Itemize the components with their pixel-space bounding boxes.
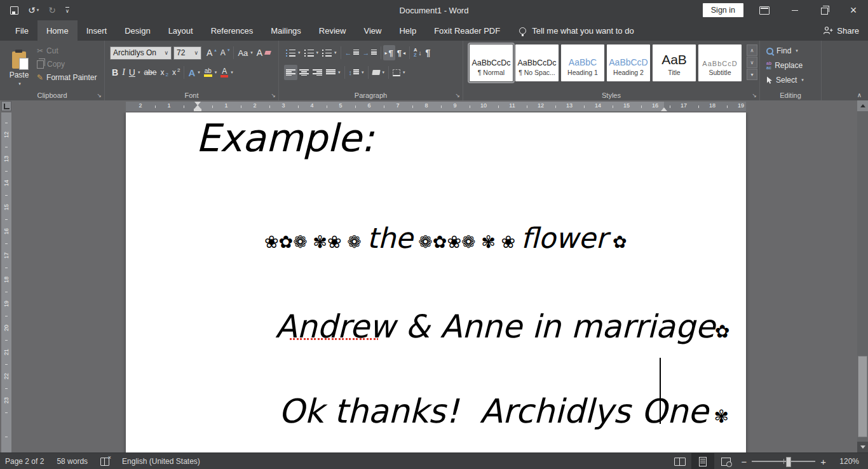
tab-design[interactable]: Design: [116, 20, 159, 41]
undo-button[interactable]: ↺▾: [28, 5, 39, 15]
restore-button[interactable]: [810, 0, 839, 20]
styles-scroll-down-button[interactable]: ∨: [747, 57, 757, 68]
scroll-up-button[interactable]: [857, 100, 868, 111]
select-button[interactable]: Select: [766, 76, 804, 85]
collapse-ribbon-button[interactable]: ∧: [857, 92, 862, 99]
tab-stop-selector[interactable]: [1, 101, 11, 111]
font-size-combobox[interactable]: 72∨: [173, 46, 201, 60]
read-mode-button[interactable]: [668, 453, 691, 469]
tab-help[interactable]: Help: [390, 20, 425, 41]
h-ruler[interactable]: 2112345678910111213141516171819: [126, 102, 746, 111]
ribbon-display-options-button[interactable]: [754, 0, 775, 20]
zoom-out-button[interactable]: −: [741, 456, 747, 467]
zoom-level[interactable]: 120%: [830, 457, 868, 466]
shrink-font-button[interactable]: A▾: [219, 45, 232, 60]
grow-font-button[interactable]: A▴: [205, 45, 219, 60]
text-effects-button[interactable]: A: [186, 65, 201, 80]
right-indent-marker[interactable]: [661, 107, 667, 111]
scroll-down-icon: [860, 445, 865, 449]
web-layout-button[interactable]: [714, 453, 737, 469]
tab-file[interactable]: File: [6, 20, 37, 41]
minimize-button[interactable]: [780, 0, 810, 20]
share-button[interactable]: Share: [823, 20, 859, 41]
decrease-indent-icon: ←: [345, 50, 352, 57]
style-heading-2[interactable]: AaBbCcDHeading 2: [607, 44, 650, 81]
styles-gallery-more-button[interactable]: ▾: [747, 69, 757, 80]
bold-button[interactable]: B: [110, 65, 120, 80]
italic-button[interactable]: I: [120, 65, 127, 80]
page-indicator[interactable]: Page 2 of 2: [5, 457, 44, 466]
show-hide-formatting-button[interactable]: ¶: [423, 45, 432, 60]
sort-button[interactable]: AZ ↓: [412, 45, 423, 60]
change-case-button[interactable]: Aa: [236, 45, 254, 60]
superscript-button[interactable]: x2: [170, 65, 182, 80]
styles-scroll-up-button[interactable]: ∧: [747, 44, 757, 56]
sign-in-button[interactable]: Sign in: [703, 3, 743, 17]
flower-glyph: ✾: [709, 406, 729, 427]
clipboard-dialog-launcher[interactable]: ↘: [97, 93, 102, 99]
style-title[interactable]: AaBTitle: [653, 44, 696, 81]
tab-home[interactable]: Home: [37, 20, 78, 41]
borders-button[interactable]: [391, 65, 407, 80]
zoom-in-button[interactable]: +: [820, 456, 826, 467]
align-left-button[interactable]: [284, 65, 297, 80]
style-no-spacing[interactable]: AaBbCcDc¶ No Spac...: [515, 44, 559, 81]
tell-me-box[interactable]: Tell me what you want to do: [519, 20, 634, 41]
left-indent-marker[interactable]: [194, 109, 201, 111]
save-button[interactable]: [10, 6, 18, 15]
h-ruler-active-area: [198, 102, 664, 111]
word-count[interactable]: 58 words: [57, 457, 88, 466]
line-spacing-button[interactable]: ↕: [347, 65, 366, 80]
tab-view[interactable]: View: [355, 20, 390, 41]
proofing-errors-icon[interactable]: [100, 458, 109, 466]
undo-dropdown-icon[interactable]: ▾: [37, 8, 39, 13]
tab-references[interactable]: References: [202, 20, 262, 41]
customize-quick-access-button[interactable]: ∨: [65, 7, 69, 14]
find-button[interactable]: Find: [766, 46, 798, 55]
paste-button[interactable]: Paste: [4, 44, 34, 93]
clear-formatting-button[interactable]: A: [255, 45, 273, 60]
paragraph-dialog-launcher[interactable]: ↘: [455, 93, 460, 99]
tab-foxit-reader-pdf[interactable]: Foxit Reader PDF: [425, 20, 509, 41]
right-to-left-text-button[interactable]: ¶◂: [395, 45, 407, 60]
increase-indent-button[interactable]: →: [361, 45, 379, 60]
print-layout-button[interactable]: [691, 453, 714, 469]
document-page[interactable]: Example: ❀✿❁ ✾❀ ❁ the ❁✿❀❁ ✾ ❀ flower ✿ …: [126, 112, 746, 452]
font-name-dropdown-icon[interactable]: ∨: [164, 50, 168, 56]
text-highlight-button[interactable]: ab: [202, 65, 219, 80]
shading-button[interactable]: [370, 65, 387, 80]
v-ruler[interactable]: 121314151617181920212223: [1, 112, 11, 452]
style-normal[interactable]: AaBbCcDc¶ Normal: [470, 44, 513, 81]
subscript-button[interactable]: x2: [158, 65, 170, 80]
align-center-button[interactable]: [297, 65, 311, 80]
underline-button[interactable]: U: [127, 65, 142, 80]
tab-layout[interactable]: Layout: [159, 20, 202, 41]
zoom-slider-handle[interactable]: [786, 457, 791, 467]
bullets-button[interactable]: [284, 45, 302, 60]
tab-insert[interactable]: Insert: [78, 20, 116, 41]
font-dialog-launcher[interactable]: ↘: [271, 93, 276, 99]
zoom-slider[interactable]: [752, 461, 815, 462]
left-to-right-text-button[interactable]: ▸¶: [383, 45, 395, 60]
font-name-combobox[interactable]: Archidlys On∨: [110, 46, 172, 60]
font-size-dropdown-icon[interactable]: ∨: [194, 50, 198, 56]
close-button[interactable]: ×: [839, 0, 868, 20]
format-painter-button[interactable]: ✎Format Painter: [37, 73, 97, 82]
scroll-down-button[interactable]: [857, 442, 868, 452]
multilevel-list-button[interactable]: [320, 45, 339, 60]
vertical-scrollbar[interactable]: [857, 100, 868, 452]
style-subtitle[interactable]: AaBbCcDSubtitle: [698, 44, 742, 81]
align-right-button[interactable]: [311, 65, 324, 80]
language-indicator[interactable]: English (United States): [122, 457, 200, 466]
replace-button[interactable]: abac Replace: [766, 61, 803, 70]
strikethrough-button[interactable]: abe: [142, 65, 158, 80]
numbering-button[interactable]: [302, 45, 321, 60]
tab-mailings[interactable]: Mailings: [262, 20, 310, 41]
font-color-button[interactable]: A: [219, 65, 235, 80]
scrollbar-thumb[interactable]: [858, 356, 867, 437]
decrease-indent-button[interactable]: ←: [343, 45, 361, 60]
tab-review[interactable]: Review: [310, 20, 355, 41]
style-heading-1[interactable]: AaBbCHeading 1: [561, 44, 604, 81]
justify-button[interactable]: [324, 65, 342, 80]
styles-dialog-launcher[interactable]: ↘: [752, 93, 757, 99]
